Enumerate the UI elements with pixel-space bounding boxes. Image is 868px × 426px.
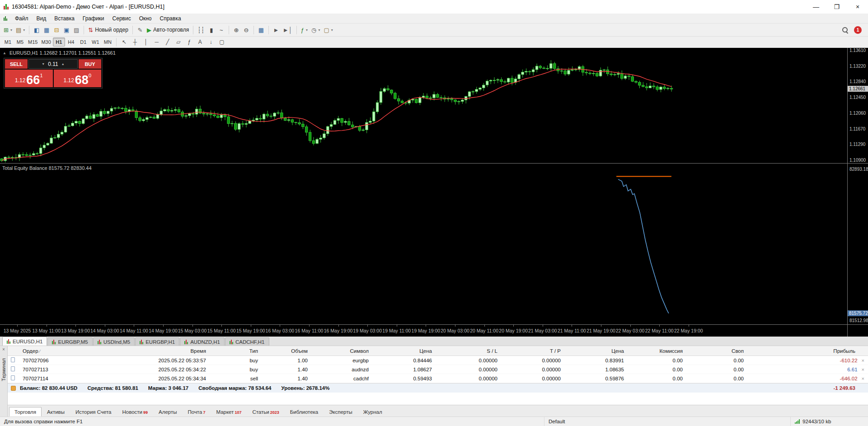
chart-plot-area[interactable]: ▲ EURUSD,H1 1.12682 1.12701 1.12551 1.12… bbox=[0, 48, 847, 337]
auto-scroll-button[interactable]: ► bbox=[271, 24, 281, 35]
column-header-5[interactable]: Цена bbox=[372, 348, 435, 354]
chart-tab-3[interactable]: EURGBP,H1 bbox=[135, 337, 179, 346]
terminal-tab-4[interactable]: Алерты bbox=[153, 407, 182, 417]
metaeditor-button[interactable]: ✎ bbox=[135, 24, 145, 35]
status-profile[interactable]: Default bbox=[544, 417, 791, 426]
order-row[interactable]: 7070270962025.05.22 05:33:57buy1.00eurgb… bbox=[8, 356, 868, 365]
crosshair-tool-button[interactable]: ┼ bbox=[130, 37, 141, 47]
column-header-0[interactable]: Ордер ∕ bbox=[19, 348, 87, 354]
chart-shift-button[interactable]: ►│ bbox=[281, 24, 294, 35]
terminal-tab-2[interactable]: История Счета bbox=[70, 407, 117, 417]
data-window-button[interactable]: ▦ bbox=[42, 24, 52, 35]
timeframe-m15[interactable]: M15 bbox=[26, 37, 39, 47]
chart-window-icon[interactable] bbox=[4, 16, 7, 21]
timeframe-w1[interactable]: W1 bbox=[89, 37, 102, 47]
tile-windows-button[interactable]: ▦ bbox=[256, 24, 266, 35]
chart-tab-2[interactable]: USDInd,M5 bbox=[93, 337, 135, 346]
buy-button[interactable]: BUY bbox=[79, 59, 101, 69]
terminal-tab-6[interactable]: Маркет107 bbox=[211, 407, 247, 417]
trendline-tool-button[interactable]: ╱ bbox=[162, 37, 173, 47]
navigator-button[interactable]: ⊟ bbox=[52, 24, 61, 35]
terminal-tab-8[interactable]: Библиотека bbox=[285, 407, 324, 417]
new-chart-button[interactable]: ⊞▾ bbox=[2, 24, 14, 35]
close-order-icon[interactable]: × bbox=[862, 376, 864, 381]
timeframe-h1[interactable]: H1 bbox=[53, 37, 65, 47]
fibonacci-tool-button[interactable]: ƒ bbox=[184, 37, 195, 47]
terminal-tab-10[interactable]: Журнал bbox=[358, 407, 388, 417]
chart-tab-4[interactable]: AUDNZD,H1 bbox=[180, 337, 225, 346]
timeframe-m1[interactable]: M1 bbox=[2, 37, 14, 47]
column-header-2[interactable]: Тип bbox=[209, 348, 261, 354]
terminal-tab-0[interactable]: Торговля bbox=[9, 407, 42, 417]
chart-tab-0[interactable]: EURUSD,H1 bbox=[2, 337, 47, 346]
autotrading-button[interactable]: ▶Авто-торговля bbox=[145, 24, 191, 35]
close-button[interactable]: × bbox=[847, 0, 868, 14]
timeframe-h4[interactable]: H4 bbox=[65, 37, 77, 47]
timeframe-m5[interactable]: M5 bbox=[14, 37, 26, 47]
terminal-close-icon[interactable]: × bbox=[2, 347, 5, 352]
column-header-9[interactable]: Комиссия bbox=[627, 348, 686, 354]
equidistant-channel-tool-button[interactable]: ▱ bbox=[173, 37, 184, 47]
chart-candles-button[interactable]: ▮ bbox=[206, 24, 216, 35]
notifications-icon[interactable]: 1 bbox=[854, 26, 862, 34]
column-header-3[interactable]: Объем bbox=[261, 348, 311, 354]
sell-price-button[interactable]: 1.12 66 1 bbox=[5, 70, 53, 87]
timeframe-m30[interactable]: M30 bbox=[39, 37, 52, 47]
market-watch-button[interactable]: ◧ bbox=[32, 24, 42, 35]
profiles-button[interactable]: ▤▾ bbox=[14, 24, 27, 35]
terminal-tab-7[interactable]: Статьи2023 bbox=[247, 407, 284, 417]
volume-up-icon[interactable]: ▲ bbox=[61, 62, 65, 66]
column-header-11[interactable]: Прибыль bbox=[747, 348, 868, 354]
vertical-line-tool-button[interactable]: │ bbox=[141, 37, 151, 47]
cursor-tool-button[interactable]: ↖ bbox=[119, 37, 130, 47]
menu-item-3[interactable]: Графики bbox=[79, 14, 108, 23]
terminal-tab-1[interactable]: Активы bbox=[42, 407, 70, 417]
price-scale[interactable]: 1.136101.132201.128401.124501.120601.116… bbox=[847, 48, 868, 337]
close-order-icon[interactable]: × bbox=[862, 367, 864, 372]
order-row[interactable]: 7070271132025.05.22 05:34:22buy1.40audnz… bbox=[8, 365, 868, 374]
terminal-button[interactable]: ▣ bbox=[61, 24, 71, 35]
sell-button[interactable]: SELL bbox=[5, 59, 28, 69]
volume-stepper[interactable]: ▼ 0.11 ▲ bbox=[28, 59, 78, 69]
column-header-8[interactable]: Цена bbox=[564, 348, 627, 354]
menu-item-0[interactable]: Файл bbox=[11, 14, 33, 23]
terminal-tab-9[interactable]: Эксперты bbox=[324, 407, 357, 417]
chart-bars-button[interactable]: ┆┆ bbox=[196, 24, 206, 35]
new-order-button[interactable]: ⇅Новый ордер bbox=[86, 24, 130, 35]
timeframe-mn[interactable]: MN bbox=[102, 37, 114, 47]
terminal-tab-3[interactable]: Новости99 bbox=[117, 407, 153, 417]
indicators-button[interactable]: ƒ▾ bbox=[299, 24, 310, 35]
chart-line-button[interactable]: ~ bbox=[216, 24, 226, 35]
column-header-6[interactable]: S / L bbox=[435, 348, 501, 354]
timeframe-d1[interactable]: D1 bbox=[77, 37, 89, 47]
maximize-button[interactable]: ❐ bbox=[826, 0, 847, 14]
volume-down-icon[interactable]: ▼ bbox=[42, 62, 45, 66]
arrows-tool-button[interactable]: ↓ bbox=[206, 37, 216, 47]
column-header-1[interactable]: Время bbox=[87, 348, 209, 354]
strategy-tester-button[interactable]: ▨ bbox=[71, 24, 81, 35]
menu-item-4[interactable]: Сервис bbox=[108, 14, 135, 23]
chart-tab-1[interactable]: EURGBP,M5 bbox=[47, 337, 92, 346]
horizontal-line-tool-button[interactable]: ─ bbox=[151, 37, 162, 47]
chart-tab-5[interactable]: CADCHF,H1 bbox=[225, 337, 269, 346]
column-header-7[interactable]: T / P bbox=[501, 348, 564, 354]
column-header-10[interactable]: Своп bbox=[686, 348, 747, 354]
search-icon[interactable] bbox=[842, 27, 849, 33]
one-click-collapse-icon[interactable]: ▲ bbox=[3, 51, 6, 55]
menu-item-2[interactable]: Вставка bbox=[50, 14, 79, 23]
title-bar[interactable]: 16304581: Alpari-Demo - Демо Счет - Alpa… bbox=[0, 0, 868, 14]
close-order-icon[interactable]: × bbox=[862, 358, 864, 363]
terminal-tab-5[interactable]: Почта7 bbox=[182, 407, 211, 417]
templates-button[interactable]: ▢▾ bbox=[322, 24, 334, 35]
zoom-out-button[interactable]: ⊖ bbox=[241, 24, 251, 35]
column-header-4[interactable]: Символ bbox=[311, 348, 372, 354]
shapes-tool-button[interactable]: ▢ bbox=[216, 37, 227, 47]
order-row[interactable]: 7070271142025.05.22 05:34:34sell1.40cadc… bbox=[8, 374, 868, 383]
minimize-button[interactable]: — bbox=[806, 0, 826, 14]
menu-item-6[interactable]: Справка bbox=[156, 14, 185, 23]
volume-value[interactable]: 0.11 bbox=[48, 61, 58, 67]
zoom-in-button[interactable]: ⊕ bbox=[231, 24, 241, 35]
periods-button[interactable]: ◷▾ bbox=[310, 24, 322, 35]
buy-price-button[interactable]: 1.12 68 0 bbox=[54, 70, 102, 87]
text-tool-button[interactable]: A bbox=[195, 37, 206, 47]
